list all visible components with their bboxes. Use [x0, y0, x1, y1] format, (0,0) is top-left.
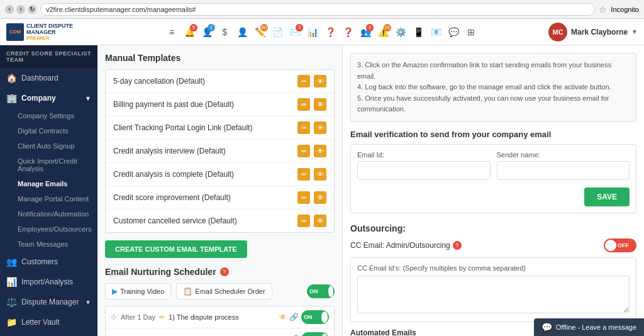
save-button[interactable]: SAVE: [584, 188, 630, 206]
nav-dollar-icon[interactable]: $: [218, 25, 231, 39]
sidebar-item-manage-portal[interactable]: Manage Portal Content: [18, 191, 97, 206]
sidebar-item-team-messages[interactable]: Team Messages: [18, 237, 97, 252]
nav-users-icon[interactable]: 👥3: [358, 25, 372, 39]
sidebar-item-company-settings[interactable]: Company Settings: [18, 108, 97, 123]
template-edit-btn-3[interactable]: ✏: [297, 121, 310, 134]
cc-email-toggle[interactable]: OFF: [604, 238, 636, 252]
scheduler-title: Email Nurturing Scheduler: [105, 267, 216, 277]
template-item-5: Credit analysis is complete (Default) ✏ …: [106, 163, 334, 186]
email-id-input[interactable]: [357, 161, 491, 180]
sidebar-item-import[interactable]: 📊 Import/Analysis: [0, 272, 97, 292]
scheduler-toggle[interactable]: ON: [307, 284, 335, 298]
nav-bell-icon[interactable]: 🔔5: [182, 25, 196, 39]
sidebar-item-bulk-print[interactable]: 🖨️ Bulk Print: [0, 332, 97, 336]
training-video-tab[interactable]: ▶ Training Video: [105, 283, 171, 300]
item-toggle-2[interactable]: ON: [301, 332, 329, 336]
nav-user-icon[interactable]: 👤: [235, 25, 249, 39]
email-id-label: Email Id:: [357, 151, 491, 159]
template-view-btn-1[interactable]: 👁: [314, 75, 326, 87]
refresh-button[interactable]: ↻: [28, 5, 36, 14]
address-bar[interactable]: v2fire.clientdisputemanager.com/manageem…: [40, 3, 595, 16]
warn-badge: 20: [384, 24, 391, 31]
cc-email-label: CC Email: Admin/Outsourcing ?: [350, 241, 599, 250]
nav-mail2-icon[interactable]: 📧: [429, 25, 443, 39]
back-button[interactable]: ‹: [5, 5, 14, 14]
item-actions-1: 👁 🔗 ON: [279, 310, 329, 324]
template-name-7: Customer cancelled service (Default): [113, 216, 237, 225]
nav-help2-icon[interactable]: ❓: [341, 25, 355, 39]
scheduler-help-icon[interactable]: ?: [220, 267, 229, 276]
users-badge: 3: [366, 24, 374, 31]
sidebar-item-letter-vault[interactable]: 📁 Letter Vault: [0, 312, 97, 332]
sidebar-item-company[interactable]: 🏢 Company ▼: [0, 88, 97, 108]
template-view-btn-4[interactable]: 👁: [314, 145, 326, 157]
nav-help-icon[interactable]: ❓: [323, 25, 337, 39]
nav-chart-icon[interactable]: 📊: [306, 25, 319, 39]
instruction-box: 3. Click on the Amazon confirmation link…: [350, 53, 636, 122]
nav-list-icon[interactable]: ≡: [165, 25, 179, 39]
template-view-btn-3[interactable]: 👁: [314, 121, 326, 134]
sidebar-item-manage-emails[interactable]: Manage Emails: [18, 176, 97, 191]
offline-chat-button[interactable]: 💬 Offline - Leave a message: [534, 318, 644, 336]
chat-bubble-icon: 💬: [541, 322, 552, 332]
create-custom-template-button[interactable]: CREATE CUSTOM EMAIL TEMPLATE: [105, 240, 247, 258]
sidebar-item-dashboard[interactable]: 🏠 Dashboard: [0, 68, 97, 88]
template-edit-btn-6[interactable]: ✏: [297, 191, 310, 204]
right-panel: 3. Click on the Amazon confirmation link…: [343, 45, 644, 336]
template-edit-btn-5[interactable]: ✏: [297, 168, 310, 181]
nav-phone-icon[interactable]: 📱: [411, 25, 425, 39]
item-toggle-1[interactable]: ON: [301, 310, 329, 324]
sidebar-item-notification[interactable]: Notification/Automation: [18, 206, 97, 221]
nav-pencil-icon[interactable]: ✏️60: [253, 25, 267, 39]
scheduler-toggle-container[interactable]: ON: [307, 284, 335, 298]
sidebar-item-quick-import[interactable]: Quick Import/Credit Analysis: [18, 154, 97, 176]
letter-vault-icon: 📁: [6, 317, 16, 327]
outsourcing-header: Outsourcing:: [350, 223, 636, 233]
sidebar-dispute-label: Dispute Manager: [21, 298, 79, 306]
template-edit-btn-7[interactable]: ✏: [297, 215, 310, 227]
bookmark-icon[interactable]: ☆: [599, 4, 607, 14]
cc-help-icon[interactable]: ?: [453, 241, 462, 250]
sidebar-team-label: CREDIT SCORE SPECIALIST TEAM: [0, 45, 97, 68]
nav-person-icon[interactable]: 👤1: [200, 25, 214, 39]
sidebar-sub-company: Company Settings Digital Contracts Clien…: [0, 108, 97, 252]
sidebar-item-digital-contracts[interactable]: Digital Contracts: [18, 123, 97, 138]
drag-handle-1[interactable]: ⊹: [111, 313, 117, 322]
sidebar-item-customers[interactable]: 👥 Customers: [0, 252, 97, 272]
template-list: 5-day cancellation (Default) ✏ 👁 Billing…: [105, 69, 335, 233]
email-scheduler-order-tab[interactable]: 📋 Email Scheduler Order: [176, 283, 272, 300]
template-view-btn-6[interactable]: 👁: [314, 191, 326, 204]
template-view-btn-5[interactable]: 👁: [314, 168, 326, 181]
sidebar-company-label: Company: [21, 94, 56, 103]
template-view-btn-7[interactable]: 👁: [314, 215, 326, 227]
template-view-btn-2[interactable]: 👁: [314, 98, 326, 111]
nav-envelope-icon[interactable]: ✉️3: [288, 25, 302, 39]
sidebar-item-client-auto-signup[interactable]: Client Auto Signup: [18, 138, 97, 154]
user-dropdown-icon[interactable]: ▼: [631, 28, 638, 35]
sender-name-input[interactable]: [497, 161, 630, 180]
forward-button[interactable]: ›: [16, 5, 25, 14]
scheduler-tabs: ▶ Training Video 📋 Email Scheduler Order…: [105, 283, 335, 300]
nav-warn-icon[interactable]: ⚠️20: [376, 25, 390, 39]
app-wrapper: CDM CLIENT DISPUTEMANAGER PREMIER ≡ 🔔5 👤…: [0, 19, 644, 336]
template-edit-btn-2[interactable]: ✏: [297, 98, 310, 111]
cc-ids-textarea[interactable]: [357, 276, 630, 313]
item-toggle-icon-1: 🔗: [289, 313, 299, 322]
sidebar-item-employees[interactable]: Employees/Outsourcers: [18, 221, 97, 237]
item-edit-1[interactable]: ✏: [159, 313, 165, 322]
video-icon: ▶: [112, 287, 118, 296]
nav-settings-icon[interactable]: ⚙️: [394, 25, 408, 39]
user-name: Mark Clayborne: [571, 28, 628, 36]
email-form-row: Email Id: Sender name:: [357, 151, 630, 180]
item-eye-1[interactable]: 👁: [279, 313, 287, 322]
template-edit-btn-4[interactable]: ✏: [297, 145, 310, 157]
sidebar-dashboard-label: Dashboard: [21, 74, 58, 82]
nav-chat-icon[interactable]: 💬: [447, 25, 460, 39]
sidebar-item-dispute[interactable]: ⚖️ Dispute Manager ▼: [0, 292, 97, 312]
template-edit-btn-1[interactable]: ✏: [297, 75, 310, 87]
template-actions-1: ✏ 👁: [297, 75, 326, 87]
scheduler-toggle-text: ON: [307, 288, 328, 294]
nav-grid-icon[interactable]: ⊞: [464, 25, 478, 39]
nav-file-icon[interactable]: 📄: [270, 25, 284, 39]
customers-icon: 👥: [6, 257, 16, 267]
